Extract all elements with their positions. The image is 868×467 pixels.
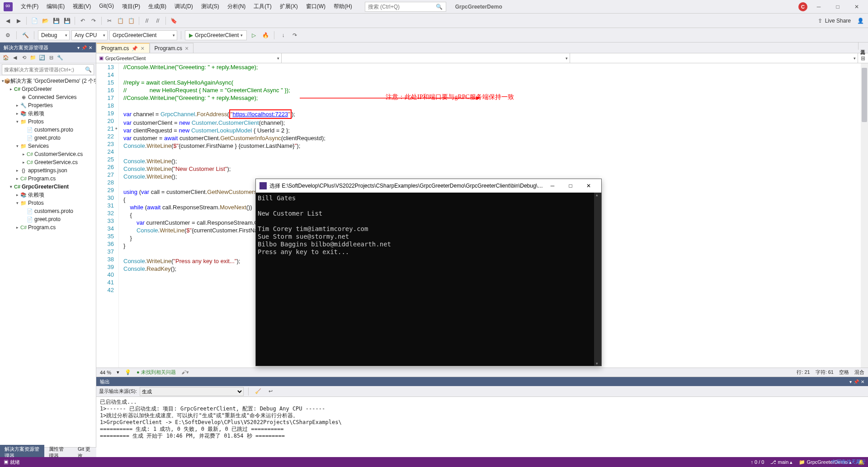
indent-mode[interactable]: 空格 <box>839 369 849 376</box>
line-ending[interactable]: 混合 <box>854 369 864 376</box>
sync-icon[interactable]: ⟲ <box>20 54 28 62</box>
menu-分析(N)[interactable]: 分析(N) <box>224 1 250 12</box>
tree-item[interactable]: ▾📁Protos <box>0 199 96 207</box>
tree-item[interactable]: ▸C#Program.cs <box>0 175 96 183</box>
console-scrollbar[interactable] <box>594 193 601 366</box>
hot-reload-icon[interactable]: 🔥 <box>260 30 270 40</box>
console-maximize-button[interactable]: □ <box>561 179 580 192</box>
close-icon[interactable]: × <box>185 45 189 52</box>
properties-icon[interactable]: 🔧 <box>56 54 64 62</box>
save-icon[interactable]: 💾 <box>51 16 61 26</box>
paste-icon[interactable]: 📋 <box>126 16 136 26</box>
panel-options-icon[interactable]: ▾ <box>849 379 852 384</box>
wrap-icon[interactable]: ↩ <box>266 387 276 396</box>
home-icon[interactable]: 🏠 <box>2 54 10 62</box>
maximize-button[interactable]: □ <box>830 1 845 12</box>
menu-测试(S)[interactable]: 测试(S) <box>198 1 223 12</box>
platform-combo[interactable]: Any CPU <box>71 30 108 40</box>
menu-工具(T)[interactable]: 工具(T) <box>250 1 275 12</box>
search-input[interactable] <box>368 4 436 10</box>
editor-scrollbar[interactable] <box>861 63 868 368</box>
menu-扩展(X)[interactable]: 扩展(X) <box>276 1 302 12</box>
menu-窗口(W)[interactable]: 窗口(W) <box>302 1 329 12</box>
tree-item[interactable]: 📄customers.proto <box>0 126 96 134</box>
nav-class-combo[interactable] <box>282 53 570 63</box>
menu-帮助(H)[interactable]: 帮助(H) <box>330 1 356 12</box>
close-button[interactable]: ✕ <box>849 1 864 12</box>
vtab-toolbox[interactable]: 工具箱 <box>859 42 867 50</box>
tree-item[interactable]: ▸C#Program.cs <box>0 223 96 231</box>
config-combo[interactable]: Debug <box>38 30 70 40</box>
tree-item[interactable]: ▾📁Services <box>0 142 96 150</box>
brush-icon[interactable]: 🖌▾ <box>181 369 189 375</box>
panel-close-icon[interactable]: ✕ <box>861 379 864 384</box>
live-share-button[interactable]: ⇪ Live Share <box>814 18 854 24</box>
show-all-icon[interactable]: 📁 <box>29 54 37 62</box>
output-text[interactable]: 已启动生成... 1>------ 已启动生成: 项目: GrpcGreeter… <box>96 397 868 458</box>
menu-视图(V)[interactable]: 视图(V) <box>69 1 94 12</box>
tree-item[interactable]: ▸C#GrpcGreeter <box>0 85 96 93</box>
start-nodebug-icon[interactable]: ▷ <box>249 30 259 40</box>
nav-fwd-icon[interactable]: ▶ <box>14 16 24 26</box>
tree-item[interactable]: ▸🔧Properties <box>0 101 96 109</box>
editor-tab[interactable]: Program.cs× <box>150 43 194 53</box>
cut-icon[interactable]: ✂ <box>104 16 114 26</box>
undo-icon[interactable]: ↶ <box>78 16 88 26</box>
refresh-icon[interactable]: 🔄 <box>38 54 46 62</box>
bookmark-icon[interactable]: 🔖 <box>169 16 179 26</box>
solution-config-icon[interactable]: ⚙ <box>3 30 13 40</box>
split-icon[interactable]: ⊞ <box>858 53 868 63</box>
panel-options-icon[interactable]: ▾ <box>77 45 80 50</box>
step-icon[interactable]: ↓ <box>278 30 288 40</box>
menu-Git(G)[interactable]: Git(G) <box>95 1 118 12</box>
open-icon[interactable]: 📂 <box>40 16 50 26</box>
tree-item[interactable]: ▾C#GrpcGreeterClient <box>0 183 96 191</box>
clear-icon[interactable]: 🧹 <box>253 387 263 396</box>
minimize-button[interactable]: ─ <box>811 1 826 12</box>
collapse-icon[interactable]: ⊟ <box>47 54 55 62</box>
error-count[interactable]: ↑ 0 / 0 <box>750 459 764 465</box>
issues-indicator[interactable]: ● 未找到相关问题 <box>137 369 176 376</box>
tree-item[interactable]: ▸C#CustomerService.cs <box>0 150 96 158</box>
startup-combo[interactable]: GrpcGreeterClient <box>109 30 177 40</box>
nav-project-combo[interactable]: ▣GrpcGreeterClient <box>96 53 282 63</box>
redo-icon[interactable]: ↷ <box>89 16 99 26</box>
global-search[interactable]: 🔍 <box>365 2 446 12</box>
tree-root[interactable]: ▾📦 解决方案 'GrpcGreeterDemo' (2 个项目 <box>0 77 96 85</box>
tree-item[interactable]: 📄customers.proto <box>0 207 96 215</box>
zoom-level[interactable]: 44 % <box>100 370 111 375</box>
copy-icon[interactable]: 📋 <box>115 16 125 26</box>
solution-search-input[interactable] <box>4 67 81 72</box>
panel-pin-icon[interactable]: 📌 <box>81 45 87 50</box>
tree-item[interactable]: ▸📚依赖项 <box>0 191 96 199</box>
comment-icon[interactable]: // <box>142 16 152 26</box>
save-all-icon[interactable]: 💾 <box>62 16 72 26</box>
account-icon[interactable]: 👤 <box>855 16 865 26</box>
start-debug-button[interactable]: ▶ GrpcGreeterClient ▾ <box>185 30 247 40</box>
menu-项目(P)[interactable]: 项目(P) <box>118 1 144 12</box>
console-minimize-button[interactable]: ─ <box>543 179 561 192</box>
build-icon[interactable]: 🔨 <box>20 30 30 40</box>
menu-编辑(E)[interactable]: 编辑(E) <box>43 1 68 12</box>
step-over-icon[interactable]: ↷ <box>290 30 300 40</box>
tree-item[interactable]: ▸📚依赖项 <box>0 109 96 118</box>
nav-member-combo[interactable] <box>570 53 859 63</box>
close-icon[interactable]: × <box>141 45 144 52</box>
console-titlebar[interactable]: 选择 E:\SoftDevelop\CPlus\VS2022Projects\C… <box>256 179 601 193</box>
lightbulb-icon[interactable]: 💡 <box>125 369 131 375</box>
notification-badge-icon[interactable]: C <box>798 2 807 11</box>
pin-icon[interactable]: 📌 <box>132 46 138 52</box>
tree-item[interactable]: ▸C#GreeterService.cs <box>0 158 96 166</box>
menu-文件(F)[interactable]: 文件(F) <box>17 1 42 12</box>
solution-search[interactable]: 🔍 <box>2 64 94 75</box>
menu-生成(B)[interactable]: 生成(B) <box>145 1 170 12</box>
panel-close-icon[interactable]: ✕ <box>89 45 92 50</box>
sln-back-icon[interactable]: ◀ <box>11 54 19 62</box>
console-output[interactable]: Bill Gates New Customer List Tim Corey t… <box>256 193 601 366</box>
editor-tab[interactable]: Program.cs📌× <box>96 43 150 53</box>
menu-调试(D)[interactable]: 调试(D) <box>171 1 197 12</box>
tree-item[interactable]: ▾📁Protos <box>0 118 96 126</box>
uncomment-icon[interactable]: // <box>153 16 163 26</box>
tree-item[interactable]: 📄greet.proto <box>0 215 96 223</box>
tree-item[interactable]: ⊕Connected Services <box>0 93 96 101</box>
